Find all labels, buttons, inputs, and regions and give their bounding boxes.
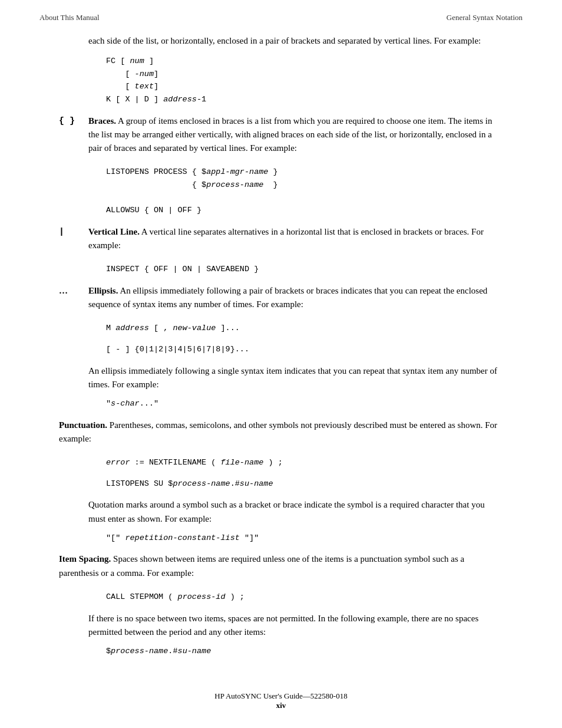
punctuation-para2: Quotation marks around a symbol such as … bbox=[88, 498, 503, 526]
code-block-6b: LISTOPENS SU $process-name.#su-name bbox=[106, 477, 503, 490]
punctuation-text: Parentheses, commas, semicolons, and oth… bbox=[59, 420, 497, 443]
page-footer: HP AutoSYNC User's Guide—522580-018 xiv bbox=[0, 691, 562, 710]
footer-line1: HP AutoSYNC User's Guide—522580-018 bbox=[0, 691, 562, 701]
vertical-body: Vertical Line. A vertical line separates… bbox=[88, 225, 503, 253]
ellipsis-section: … Ellipsis. An ellipsis immediately foll… bbox=[59, 284, 503, 312]
vertical-symbol: | bbox=[59, 225, 88, 253]
page-header: About This Manual General Syntax Notatio… bbox=[0, 0, 562, 28]
code-block-8: CALL STEPMOM ( process-id ) ; bbox=[106, 591, 503, 604]
punctuation-label: Punctuation. bbox=[59, 420, 107, 430]
item-spacing-section: Item Spacing. Spaces shown between items… bbox=[59, 552, 503, 580]
punctuation-section: Punctuation. Parentheses, commas, semico… bbox=[59, 419, 503, 446]
code-block-3: INSPECT { OFF | ON | SAVEABEND } bbox=[106, 263, 503, 276]
header-right: General Syntax Notation bbox=[447, 13, 523, 22]
item-spacing-body: Item Spacing. Spaces shown between items… bbox=[59, 552, 503, 580]
code-block-7: "[" repetition-constant-list "]" bbox=[106, 532, 503, 545]
header-left: About This Manual bbox=[39, 13, 100, 22]
code-block-4b: [ - ] {0|1|2|3|4|5|6|7|8|9}... bbox=[106, 343, 503, 356]
code-block-5: "s-char..." bbox=[106, 397, 503, 410]
braces-label: Braces. bbox=[88, 116, 116, 126]
main-content: each side of the list, or horizontally, … bbox=[0, 28, 562, 701]
code-block-4a: M address [ , new-value ]... bbox=[106, 322, 503, 335]
ellipsis-text: An ellipsis immediately following a pair… bbox=[88, 286, 487, 309]
ellipsis-symbol: … bbox=[59, 284, 88, 312]
vertical-label: Vertical Line. bbox=[88, 227, 140, 236]
code-block-2: LISTOPENS PROCESS { $appl-mgr-name } { $… bbox=[106, 166, 503, 216]
ellipsis-label: Ellipsis. bbox=[88, 286, 118, 295]
code-block-1: FC [ num ] [ -num] [ text] K [ X | D ] a… bbox=[106, 55, 503, 106]
braces-text: A group of items enclosed in braces is a… bbox=[88, 116, 492, 153]
braces-section: { } Braces. A group of items enclosed in… bbox=[59, 114, 503, 156]
intro-paragraph: each side of the list, or horizontally, … bbox=[88, 34, 503, 48]
item-spacing-text: Spaces shown between items are required … bbox=[59, 554, 464, 577]
ellipsis-para2: An ellipsis immediately following a sing… bbox=[88, 364, 503, 392]
item-spacing-label: Item Spacing. bbox=[59, 554, 111, 564]
code-block-6a: error := NEXTFILENAME ( file-name ) ; bbox=[106, 456, 503, 469]
braces-symbol: { } bbox=[59, 114, 88, 156]
ellipsis-body: Ellipsis. An ellipsis immediately follow… bbox=[88, 284, 503, 312]
punctuation-body: Punctuation. Parentheses, commas, semico… bbox=[59, 419, 503, 446]
code-block-9: $process-name.#su-name bbox=[106, 645, 503, 658]
vertical-section: | Vertical Line. A vertical line separat… bbox=[59, 225, 503, 253]
vertical-text: A vertical line separates alternatives i… bbox=[88, 227, 484, 250]
footer-line2: xiv bbox=[0, 701, 562, 710]
braces-body: Braces. A group of items enclosed in bra… bbox=[88, 114, 503, 156]
item-spacing-para2: If there is no space between two items, … bbox=[88, 612, 503, 640]
